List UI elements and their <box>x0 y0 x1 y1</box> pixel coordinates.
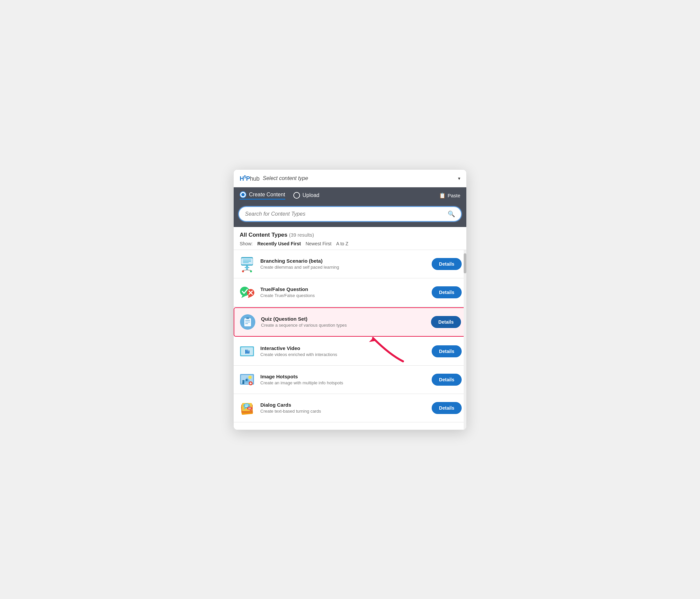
svg-point-31 <box>242 380 244 382</box>
chevron-down-icon[interactable]: ▾ <box>458 176 460 181</box>
quiz-icon <box>239 313 256 331</box>
sort-recently-used[interactable]: Recently Used First <box>257 241 301 246</box>
scrollbar-thumb <box>464 253 466 273</box>
items-list: Branching Scenario (beta) Create dilemma… <box>234 250 466 430</box>
section-title: All Content Types (39 results) <box>240 232 460 238</box>
header-title: Select content type <box>262 175 308 181</box>
quiz-details-button[interactable]: Details <box>431 316 461 328</box>
svg-point-44 <box>247 407 252 410</box>
sort-a-to-z[interactable]: A to Z <box>336 241 348 246</box>
branching-desc: Create dilemmas and self paced learning <box>260 265 427 270</box>
svg-point-9 <box>250 270 252 272</box>
content-item-drag[interactable]: Drag the Words Create text-based drag an… <box>234 422 466 430</box>
content-item-truefalse[interactable]: True/False Question Create True/False qu… <box>234 278 466 307</box>
hotspot-text: Image Hotspots Create an image with mult… <box>260 374 427 385</box>
logo: H5Phub <box>240 174 259 182</box>
content-item-dialog[interactable]: Dialog Cards Create text-based turning c… <box>234 394 466 422</box>
dialog-icon <box>238 399 256 417</box>
sort-label: Show: <box>240 241 253 246</box>
video-desc: Create videos enriched with interactions <box>260 352 427 357</box>
content-list-area: All Content Types (39 results) Show: Rec… <box>234 227 466 246</box>
svg-rect-6 <box>245 267 249 268</box>
paste-label: Paste <box>448 193 460 198</box>
sort-bar: Show: Recently Used First Newest First A… <box>240 241 460 246</box>
section-count: (39 results) <box>289 232 314 238</box>
svg-rect-32 <box>242 382 244 384</box>
branching-details-button[interactable]: Details <box>432 258 462 270</box>
branching-text: Branching Scenario (beta) Create dilemma… <box>260 258 427 270</box>
truefalse-name: True/False Question <box>260 286 427 292</box>
hotspot-icon <box>238 371 256 388</box>
hotspot-name: Image Hotspots <box>260 374 427 379</box>
logo-hub: hub <box>250 175 260 182</box>
content-item-quiz[interactable]: Quiz (Question Set) Create a sequence of… <box>234 307 466 337</box>
scrollbar[interactable] <box>464 250 466 430</box>
modal-header: H5Phub Select content type ▾ <box>234 170 466 187</box>
video-details-button[interactable]: Details <box>432 345 462 357</box>
create-content-label: Create Content <box>249 192 285 198</box>
upload-label: Upload <box>303 192 320 198</box>
upload-option[interactable]: Upload <box>293 192 320 199</box>
video-name: Interactive Video <box>260 345 427 351</box>
dialog-text: Dialog Cards Create text-based turning c… <box>260 402 427 414</box>
svg-point-7 <box>246 268 248 270</box>
branching-icon <box>238 255 256 273</box>
dialog-desc: Create text-based turning cards <box>260 409 427 414</box>
paste-icon: 📋 <box>439 192 446 199</box>
content-item-branching[interactable]: Branching Scenario (beta) Create dilemma… <box>234 250 466 278</box>
section-title-text: All Content Types <box>240 232 288 238</box>
sort-newest-first[interactable]: Newest First <box>306 241 332 246</box>
toolbar: Create Content Upload 📋 Paste <box>234 187 466 204</box>
quiz-desc: Create a sequence of various question ty… <box>261 323 426 328</box>
search-area: 🔍 <box>234 204 466 227</box>
truefalse-desc: Create True/False questions <box>260 293 427 298</box>
header-left: H5Phub Select content type <box>240 174 308 182</box>
content-item-hotspots[interactable]: Image Hotspots Create an image with mult… <box>234 366 466 394</box>
hotspot-desc: Create an image with multiple info hotsp… <box>260 380 427 385</box>
video-text: Interactive Video Create videos enriched… <box>260 345 427 357</box>
search-bar: 🔍 <box>238 206 462 222</box>
modal-container: H5Phub Select content type ▾ Create Cont… <box>233 169 467 430</box>
svg-line-11 <box>247 270 251 270</box>
drag-icon <box>238 428 256 430</box>
truefalse-details-button[interactable]: Details <box>432 286 462 298</box>
truefalse-text: True/False Question Create True/False qu… <box>260 286 427 298</box>
hotspot-details-button[interactable]: Details <box>432 374 462 386</box>
create-content-option[interactable]: Create Content <box>240 191 285 200</box>
quiz-text: Quiz (Question Set) Create a sequence of… <box>261 316 426 328</box>
dialog-details-button[interactable]: Details <box>432 402 462 414</box>
truefalse-icon <box>238 284 256 301</box>
svg-rect-23 <box>246 317 249 319</box>
search-icon: 🔍 <box>448 210 455 218</box>
paste-button[interactable]: 📋 Paste <box>439 192 460 199</box>
content-item-video[interactable]: Interactive Video Create videos enriched… <box>234 337 466 366</box>
dialog-name: Dialog Cards <box>260 402 427 408</box>
branching-name: Branching Scenario (beta) <box>260 258 427 264</box>
svg-rect-5 <box>246 265 248 267</box>
svg-point-30 <box>248 376 252 379</box>
video-icon <box>238 343 256 360</box>
svg-line-10 <box>243 270 247 270</box>
quiz-name: Quiz (Question Set) <box>261 316 426 322</box>
svg-point-8 <box>242 270 244 272</box>
toolbar-left: Create Content Upload <box>240 191 319 200</box>
upload-radio-circle <box>293 192 300 199</box>
search-input[interactable] <box>245 211 448 217</box>
create-radio-circle <box>240 191 246 198</box>
svg-point-33 <box>246 379 248 381</box>
svg-rect-26 <box>241 347 253 355</box>
